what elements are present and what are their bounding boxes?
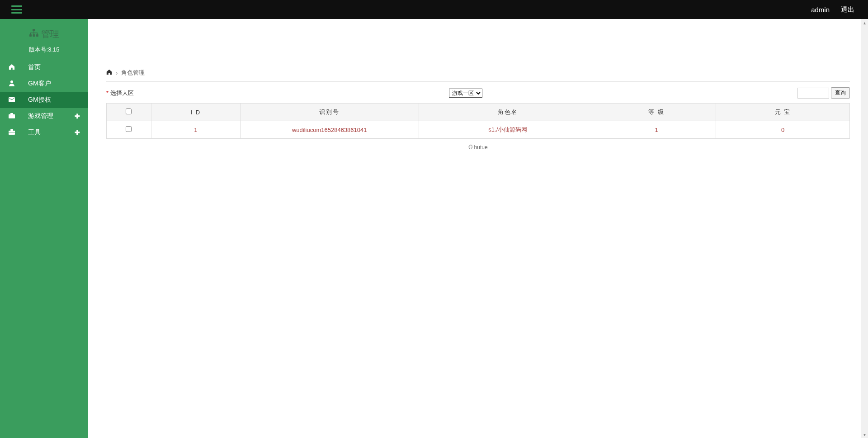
header-id: I D: [151, 104, 240, 121]
sidebar-item-label: 首页: [28, 63, 41, 71]
svg-rect-11: [9, 114, 15, 118]
svg-rect-3: [36, 34, 38, 37]
expand-icon: ✚: [75, 113, 80, 120]
zone-select[interactable]: 游戏一区: [449, 89, 482, 98]
svg-rect-2: [33, 34, 35, 37]
svg-rect-16: [9, 132, 15, 132]
header-checkbox-cell: [107, 104, 151, 121]
menu-toggle-icon[interactable]: [11, 5, 22, 14]
sidebar-item-label: 工具: [28, 128, 41, 137]
svg-rect-13: [9, 116, 15, 116]
cell-identifier: wudiliucom16528463861041: [240, 121, 419, 139]
select-all-checkbox[interactable]: [126, 108, 132, 114]
topbar-right: admin 退出: [811, 5, 861, 14]
sidebar-item-game-manage[interactable]: 游戏管理 ✚: [0, 108, 88, 124]
sidebar-item-gm-auth[interactable]: GM授权: [0, 92, 88, 108]
sidebar-item-label: GM授权: [28, 96, 51, 104]
cell-role-name: s1./小仙源码网: [419, 121, 597, 139]
sidebar-item-tools[interactable]: 工具 ✚: [0, 124, 88, 141]
row-checkbox[interactable]: [126, 126, 132, 132]
search-input[interactable]: [797, 88, 829, 99]
vertical-scrollbar[interactable]: ▴ ▾: [861, 19, 868, 438]
svg-rect-1: [29, 34, 32, 37]
svg-rect-14: [9, 131, 15, 135]
header-level: 等 级: [597, 104, 716, 121]
svg-rect-6: [30, 33, 30, 34]
user-icon: [8, 80, 15, 88]
sidebar-item-home[interactable]: 首页: [0, 59, 88, 75]
cell-ingot: 0: [716, 121, 850, 139]
breadcrumb: › 角色管理: [106, 69, 850, 82]
header-role-name: 角色名: [419, 104, 597, 121]
cell-level: 1: [597, 121, 716, 139]
sidebar-title: 管理: [41, 28, 59, 40]
filter-label: 选择大区: [110, 89, 134, 97]
row-checkbox-cell: [107, 121, 151, 139]
search-button[interactable]: 查询: [831, 87, 850, 99]
cell-id: 1: [151, 121, 240, 139]
header-identifier: 识别号: [240, 104, 419, 121]
breadcrumb-current: 角色管理: [121, 69, 145, 77]
user-label[interactable]: admin: [811, 6, 830, 14]
header-ingot: 元 宝: [716, 104, 850, 121]
data-table: I D 识别号 角色名 等 级 元 宝 1 wudiliucom16528463…: [106, 103, 850, 139]
topbar: admin 退出: [0, 0, 868, 19]
scroll-up-icon[interactable]: ▴: [861, 19, 868, 26]
home-icon[interactable]: [106, 69, 112, 76]
sidebar-item-label: 游戏管理: [28, 112, 53, 120]
envelope-icon: [8, 96, 15, 104]
sidebar: 管理 版本号:3.15 首页 GM客户 GM授权 游戏管理: [0, 19, 88, 438]
sidebar-item-label: GM客户: [28, 80, 51, 88]
svg-rect-7: [33, 33, 34, 34]
table-header-row: I D 识别号 角色名 等 级 元 宝: [107, 104, 850, 121]
logout-link[interactable]: 退出: [841, 5, 854, 14]
home-icon: [8, 64, 15, 71]
table-row: 1 wudiliucom16528463861041 s1./小仙源码网 1 0: [107, 121, 850, 139]
svg-rect-0: [33, 29, 35, 31]
svg-point-9: [10, 80, 13, 83]
sitemap-icon: [29, 29, 38, 39]
sidebar-header: 管理: [0, 19, 88, 46]
briefcase-icon: [8, 113, 15, 120]
filter-row: * 选择大区 游戏一区 查询: [106, 85, 850, 103]
footer: © hutue: [106, 139, 850, 156]
scroll-down-icon[interactable]: ▾: [861, 431, 868, 438]
breadcrumb-separator: ›: [116, 70, 118, 76]
svg-rect-15: [10, 129, 13, 131]
svg-rect-12: [10, 113, 13, 114]
svg-rect-8: [37, 33, 37, 34]
sidebar-version: 版本号:3.15: [0, 46, 88, 59]
sidebar-item-gm-customer[interactable]: GM客户: [0, 75, 88, 92]
briefcase-icon: [8, 129, 15, 136]
main-content: › 角色管理 * 选择大区 游戏一区 查询 I D: [88, 19, 868, 438]
expand-icon: ✚: [75, 129, 80, 136]
required-indicator: *: [106, 89, 108, 96]
